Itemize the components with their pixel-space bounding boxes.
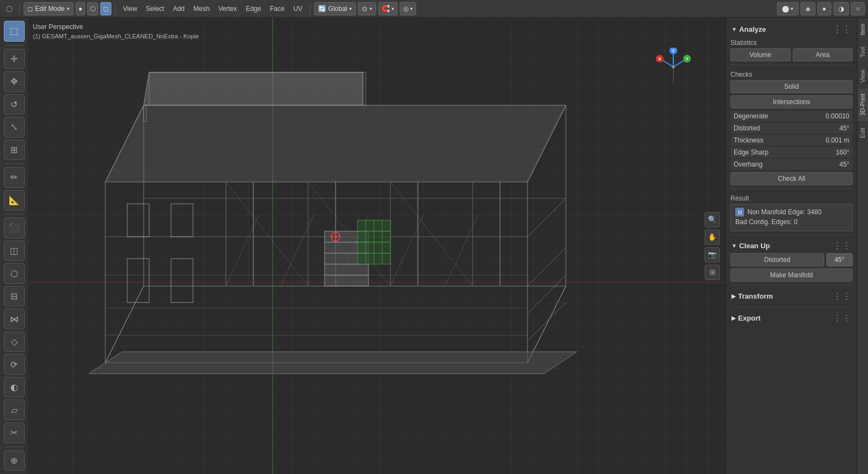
loopcut-btn[interactable]: ⊟ [4,286,25,307]
tool-sep-4 [5,447,24,447]
transform-dropdown[interactable]: 🔄 Global ▾ [314,2,356,15]
tab-edit[interactable]: Edit [858,122,868,144]
camera-btn[interactable]: 📷 [705,247,720,262]
svg-line-20 [281,215,314,286]
divider-2 [730,189,853,189]
xray-btn[interactable]: ◈ [801,2,815,15]
extrude-btn[interactable]: ⬛ [4,218,25,238]
viewport-mode-label: User Perspective [33,22,199,32]
view-menu[interactable]: View [120,5,140,13]
vertex-icon: ● [78,5,82,13]
area-btn[interactable]: Area [793,48,853,61]
tab-3dprint[interactable]: 3D-Print [858,88,868,121]
edge-sharp-value: 160° [836,149,849,156]
statistics-subsection: Statistics Volume Area [730,37,853,61]
viewport-object-label: (1) GESAMT_aussen_GigaMesh_CLEANED_NoExt… [33,32,199,41]
grab-btn[interactable]: ⊕ [4,450,25,471]
face-menu[interactable]: Face [266,5,288,13]
add-menu[interactable]: Add [169,5,188,13]
tab-view[interactable]: View [858,64,868,88]
viewport[interactable]: User Perspective (1) GESAMT_aussen_GigaM… [29,18,725,474]
mesh-menu[interactable]: Mesh [190,5,213,13]
sep3 [310,3,310,14]
pivot-dropdown[interactable]: ⊙ ▾ [358,2,376,15]
face-select-btn[interactable]: ◻ [100,2,111,15]
loopcut-icon: ⊟ [10,291,18,301]
face-icon: ◻ [103,5,109,13]
poly-build-btn[interactable]: ◇ [4,332,25,352]
tab-tool[interactable]: Tool [858,41,868,63]
overlay-btn[interactable]: ⬤ ▾ [777,2,798,15]
tab-item[interactable]: Item [858,18,868,41]
shear-icon: ▱ [11,405,18,415]
shear-btn[interactable]: ▱ [4,399,25,420]
smooth-btn[interactable]: ◐ [4,377,25,398]
thickness-value: 0.001 m [826,136,849,144]
pan-btn[interactable]: ✋ [705,230,720,245]
solid-btn[interactable]: Solid [730,80,853,93]
proportional-btn[interactable]: ◎ ▾ [400,2,416,15]
poly-build-icon: ◇ [11,336,18,347]
cleanup-title-label: Clean Up [739,242,770,250]
edge-menu[interactable]: Edge [242,5,264,13]
vertex-menu[interactable]: Vertex [215,5,240,13]
uv-menu[interactable]: UV [290,5,306,13]
cursor-tool-btn[interactable]: ✛ [4,49,25,70]
magnet-btn[interactable]: 🧲 ▾ [378,2,398,15]
svg-line-38 [527,302,566,341]
shading-solid-btn[interactable]: ● [818,2,831,15]
inset-btn[interactable]: ◫ [4,241,25,261]
main-area: ⬚ ✛ ✥ ↺ ⤡ ⊞ ✏ 📐 ⬛ ◫ ⬡ [0,18,868,474]
select-tool-btn[interactable]: ⬚ [4,21,25,42]
svg-marker-30 [89,352,577,374]
transform-icon: 🔄 [318,5,326,13]
check-all-btn[interactable]: Check All [730,172,853,185]
divider-5 [730,307,853,307]
analyze-section-header[interactable]: ▼ Analyze ⋮⋮ [730,22,853,37]
spin-btn[interactable]: ⟳ [4,354,25,375]
mode-dropdown-chevron: ▾ [67,6,70,12]
svg-line-36 [527,248,566,286]
intersections-btn[interactable]: Intersections [730,95,853,108]
svg-marker-6 [363,72,366,106]
zoom-in-btn[interactable]: 🔍 [705,212,720,227]
shading-material-btn[interactable]: ◑ [833,2,849,15]
make-manifold-btn[interactable]: Make Manifold [730,269,853,282]
spin-icon: ⟳ [10,359,18,370]
shading-rendered-btn[interactable]: ○ [851,2,865,15]
overhang-label: Overhang [734,161,763,168]
cleanup-distorted-btn[interactable]: Distorted [730,253,824,266]
move-tool-btn[interactable]: ✥ [4,71,25,92]
edge-select-btn[interactable]: ⬡ [87,2,98,15]
cleanup-distorted-row: Distorted 45° [730,253,853,266]
transform-tool-btn[interactable]: ⊞ [4,140,25,161]
navigation-gizmo[interactable]: Z Y X [654,48,693,86]
mode-dropdown[interactable]: ◻ Edit Mode ▾ [24,2,73,15]
divider-3 [730,235,853,235]
scale-tool-btn[interactable]: ⤡ [4,117,25,138]
transform-collapse-arrow: ▶ [731,293,736,299]
export-section-header[interactable]: ▶ Export ⋮⋮ [730,311,853,325]
vertex-select-btn[interactable]: ● [76,2,85,15]
volume-btn[interactable]: Volume [730,48,791,61]
bevel-btn[interactable]: ⬡ [4,263,25,284]
svg-marker-0 [105,286,566,363]
knife-btn[interactable]: ⋈ [4,309,25,329]
rotate-tool-btn[interactable]: ↺ [4,94,25,115]
select-menu[interactable]: Select [143,5,167,13]
cleanup-distorted-val[interactable]: 45° [826,253,853,266]
grid-btn[interactable]: ⊞ [705,265,720,280]
result-label: Result [730,192,853,204]
mode-dropdown-icon: ◻ [27,5,33,13]
tool-sep-2 [5,163,24,164]
transform-section-header[interactable]: ▶ Transform ⋮⋮ [730,289,853,304]
checks-label: Checks [730,68,853,80]
rip-btn[interactable]: ✂ [4,422,25,443]
cleanup-section-header[interactable]: ▼ Clean Up ⋮⋮ [730,238,853,253]
svg-rect-17 [127,259,149,302]
annotate-btn[interactable]: ✏ [4,167,25,188]
inset-icon: ◫ [10,245,18,256]
measure-btn[interactable]: 📐 [4,190,25,211]
overlay-icon: ⬤ [782,5,789,13]
scale-icon: ⤡ [10,122,18,132]
